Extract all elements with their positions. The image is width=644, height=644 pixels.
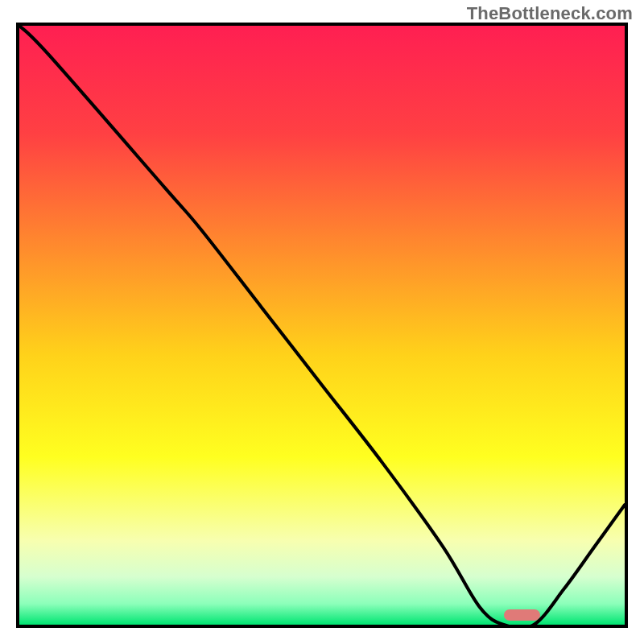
bottleneck-curve-path: [19, 26, 625, 625]
watermark-text: TheBottleneck.com: [467, 3, 633, 24]
chart-container: TheBottleneck.com: [0, 0, 644, 644]
plot-frame: [16, 23, 628, 628]
bottleneck-curve-svg: [19, 26, 625, 625]
